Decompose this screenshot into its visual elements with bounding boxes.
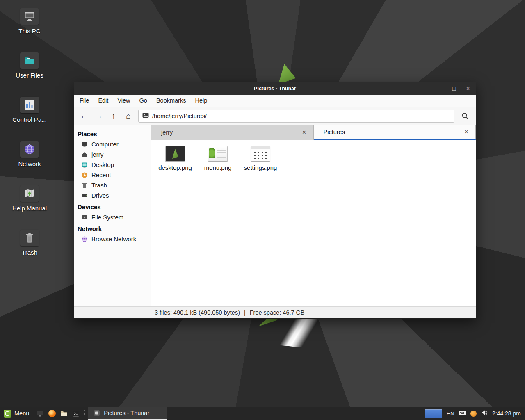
terminal-launcher[interactable]	[70, 407, 82, 420]
desktop-icon-help-manual[interactable]: Help Manual	[11, 185, 48, 212]
clock[interactable]: 2:44:28 pm	[492, 410, 521, 417]
tab-pictures[interactable]: Pictures ×	[314, 125, 476, 140]
sidebar-item-trash[interactable]: Trash	[74, 180, 151, 190]
sidebar-item-label: jerry	[91, 151, 103, 158]
file-thumbnail	[251, 146, 270, 161]
sidebar-item-drives[interactable]: Drives	[74, 190, 151, 201]
file-thumbnail	[208, 146, 227, 161]
file-item-settings-png[interactable]: settings.png	[239, 145, 282, 171]
show-desktop-icon	[37, 411, 43, 417]
home-icon	[81, 151, 88, 158]
taskbar-right: EN 2:44:28 pm	[425, 407, 525, 420]
search-icon	[461, 112, 469, 120]
desktop-icon-list: This PC User Files Control Pa... Network…	[11, 8, 48, 256]
terminal-icon	[73, 411, 79, 417]
file-name: menu.png	[204, 164, 232, 171]
window-controls: – □ ×	[436, 82, 472, 95]
sidebar-item-label: Trash	[91, 182, 107, 189]
search-button[interactable]	[458, 110, 472, 123]
menu-go[interactable]: Go	[135, 95, 152, 107]
back-icon[interactable]: ←	[78, 110, 91, 123]
sidebar-item-desktop[interactable]: Desktop	[74, 160, 151, 170]
close-button[interactable]: ×	[464, 86, 472, 91]
tab-label: jerry	[161, 129, 300, 136]
status-bar: 3 files: 490.1 kB (490,050 bytes) | Free…	[74, 306, 476, 318]
workspace-switcher[interactable]	[425, 409, 442, 418]
status-separator: |	[244, 309, 246, 316]
desktop-icon-network[interactable]: Network	[11, 141, 48, 167]
path-field[interactable]: /home/jerry/Pictures/	[138, 110, 454, 123]
trash-icon	[20, 230, 39, 246]
file-thumbnail	[166, 146, 185, 161]
network-globe-icon	[20, 141, 39, 158]
firefox-icon	[48, 410, 56, 417]
keyboard-layout-indicator[interactable]: EN	[447, 411, 454, 417]
tab-close-icon[interactable]: ×	[462, 128, 470, 136]
desktop-icon-label: This PC	[18, 27, 40, 34]
start-menu-label: Menu	[14, 410, 29, 417]
recent-clock-icon	[81, 172, 88, 178]
file-item-desktop-png[interactable]: desktop.png	[154, 145, 196, 171]
window-title: Pictures - Thunar	[254, 86, 296, 91]
titlebar[interactable]: Pictures - Thunar – □ ×	[74, 82, 476, 95]
file-manager-launcher[interactable]	[58, 407, 70, 420]
sidebar-item-label: Desktop	[91, 161, 114, 168]
main-pane: jerry × Pictures × desktop.png menu.png	[151, 125, 476, 306]
forward-icon[interactable]: →	[92, 110, 105, 123]
sidebar-section-places: Places	[74, 128, 151, 139]
menu-bookmarks[interactable]: Bookmarks	[152, 95, 191, 107]
tab-jerry[interactable]: jerry ×	[151, 125, 314, 140]
file-item-menu-png[interactable]: menu.png	[196, 145, 239, 171]
sidebar-item-recent[interactable]: Recent	[74, 170, 151, 180]
desktop-icon-control-panel[interactable]: Control Pa...	[11, 97, 48, 123]
sidebar-item-browse-network[interactable]: Browse Network	[74, 234, 151, 244]
drives-icon	[81, 192, 88, 199]
desktop-icon-this-pc[interactable]: This PC	[11, 8, 48, 34]
start-menu-button[interactable]: Menu	[0, 407, 34, 420]
up-icon[interactable]: ↑	[107, 110, 120, 123]
control-panel-icon	[20, 97, 39, 113]
trash-icon	[81, 182, 88, 189]
file-list[interactable]: desktop.png menu.png settings.png	[151, 140, 476, 306]
menu-view[interactable]: View	[113, 95, 135, 107]
folder-icon	[20, 52, 39, 69]
update-manager-icon[interactable]	[470, 411, 477, 417]
path-text: /home/jerry/Pictures/	[152, 113, 207, 119]
show-desktop-button[interactable]	[34, 407, 46, 420]
desktop-icon-trash[interactable]: Trash	[11, 230, 48, 256]
menubar: File Edit View Go Bookmarks Help	[74, 95, 476, 107]
filesystem-drive-icon	[81, 214, 88, 221]
menu-help[interactable]: Help	[190, 95, 212, 107]
firefox-launcher[interactable]	[46, 407, 58, 420]
desktop-icon-label: Trash	[22, 249, 37, 256]
minimize-button[interactable]: –	[436, 86, 444, 91]
desktop-icon-label: Help Manual	[12, 205, 47, 212]
volume-icon[interactable]	[481, 410, 488, 417]
keyboard-icon[interactable]	[459, 410, 466, 417]
menu-edit[interactable]: Edit	[94, 95, 113, 107]
thunar-window: Pictures - Thunar – □ × File Edit View G…	[74, 82, 476, 319]
computer-icon	[20, 8, 39, 25]
sidebar-item-file-system[interactable]: File System	[74, 212, 151, 222]
status-free-space: Free space: 46.7 GB	[250, 309, 305, 316]
taskbar: Menu Pictures - Thunar EN 2:44:28 pm	[0, 407, 525, 420]
sidebar-item-label: Computer	[91, 141, 119, 148]
desktop-icon-label: Control Pa...	[12, 116, 46, 123]
taskbar-window-label: Pictures - Thunar	[104, 410, 149, 416]
window-body: Places Computer jerry Desktop Recent Tra…	[74, 125, 476, 306]
menu-file[interactable]: File	[75, 95, 94, 107]
desktop-icon	[81, 162, 88, 168]
thunar-icon	[94, 410, 100, 416]
help-manual-icon	[20, 185, 39, 202]
sidebar-item-computer[interactable]: Computer	[74, 139, 151, 149]
desktop-icon-user-files[interactable]: User Files	[11, 52, 48, 79]
sidebar-section-devices: Devices	[74, 201, 151, 212]
home-icon[interactable]: ⌂	[122, 110, 135, 123]
maximize-button[interactable]: □	[450, 86, 458, 91]
taskbar-window-button[interactable]: Pictures - Thunar	[88, 407, 167, 420]
sidebar-item-jerry[interactable]: jerry	[74, 149, 151, 160]
tab-close-icon[interactable]: ×	[300, 129, 308, 136]
status-files-info: 3 files: 490.1 kB (490,050 bytes)	[155, 309, 240, 316]
taskbar-left: Menu Pictures - Thunar	[0, 407, 167, 420]
picture-file-icon	[142, 112, 149, 120]
